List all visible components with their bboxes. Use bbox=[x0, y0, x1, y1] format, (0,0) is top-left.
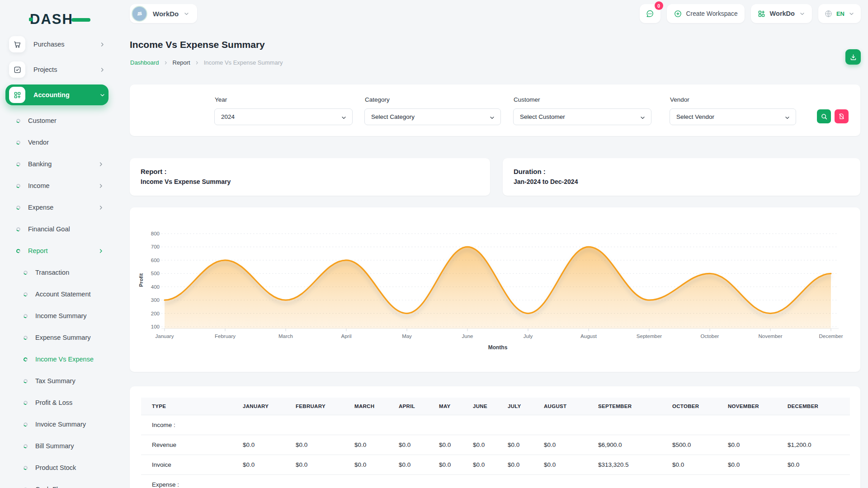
sidebar-item-expense[interactable]: Expense bbox=[0, 197, 116, 218]
sidebar-item-label: Purchases bbox=[33, 41, 65, 48]
sidebar-item-income-summary[interactable]: Income Summary bbox=[0, 305, 116, 327]
cell-value: $0.0 bbox=[497, 455, 533, 475]
sidebar-item-banking[interactable]: Banking bbox=[0, 153, 116, 175]
globe-icon bbox=[824, 9, 833, 18]
cell-value: $313,320.5 bbox=[587, 455, 661, 475]
svg-text:600: 600 bbox=[151, 258, 160, 263]
download-button[interactable] bbox=[845, 49, 861, 65]
reset-filter-button[interactable] bbox=[835, 109, 849, 123]
chevron-down-icon bbox=[799, 10, 806, 17]
sidebar-item-label: Cash Flow bbox=[35, 486, 66, 488]
sidebar-item-income[interactable]: Income bbox=[0, 175, 116, 197]
language-selector[interactable]: EN bbox=[818, 4, 861, 23]
sidebar-item-projects[interactable]: Projects bbox=[5, 59, 108, 80]
sidebar-item-profit-loss[interactable]: Profit & Loss bbox=[0, 392, 116, 413]
cell-value: $0.0 bbox=[428, 455, 462, 475]
chevron-right-icon bbox=[99, 66, 106, 73]
svg-text:April: April bbox=[341, 333, 351, 339]
chevron-down-icon bbox=[489, 114, 495, 121]
breadcrumb: DashboardReportIncome Vs Expense Summary bbox=[130, 59, 283, 66]
bullet-icon bbox=[16, 140, 21, 145]
table-section-expense: Expense : bbox=[141, 475, 850, 488]
vendor-select[interactable]: Select Vendor bbox=[670, 108, 796, 125]
apply-filter-button[interactable] bbox=[817, 109, 831, 123]
chevron-right-icon bbox=[98, 204, 104, 211]
chevron-right-icon bbox=[98, 161, 104, 168]
sidebar-item-tax-summary[interactable]: Tax Summary bbox=[0, 370, 116, 392]
chevron-down-icon bbox=[848, 10, 855, 17]
svg-text:June: June bbox=[462, 333, 473, 339]
messages-button[interactable]: 0 bbox=[640, 4, 660, 23]
workdo-menu-button[interactable]: WorkDo bbox=[751, 4, 812, 23]
sidebar-item-income-vs-expense[interactable]: Income Vs Expense bbox=[0, 348, 116, 370]
sidebar-item-label: Banking bbox=[28, 160, 52, 168]
logo-text: DASH bbox=[30, 11, 73, 27]
svg-text:July: July bbox=[524, 333, 533, 339]
breadcrumb-separator-icon bbox=[194, 60, 200, 66]
col-august: AUGUST bbox=[533, 398, 587, 415]
sidebar-item-customer[interactable]: Customer bbox=[0, 110, 116, 131]
customer-select[interactable]: Select Customer bbox=[513, 108, 651, 125]
cell-value: $0.0 bbox=[533, 455, 587, 475]
bullet-icon bbox=[16, 205, 21, 210]
svg-text:Months: Months bbox=[488, 344, 508, 351]
check-square-icon bbox=[9, 61, 25, 78]
sidebar-item-transaction[interactable]: Transaction bbox=[0, 262, 116, 283]
bullet-icon bbox=[23, 335, 28, 340]
vendor-filter-group: Vendor Select Vendor bbox=[670, 84, 796, 136]
sidebar-item-accounting[interactable]: Accounting bbox=[5, 84, 108, 105]
sidebar-item-account-statement[interactable]: Account Statement bbox=[0, 283, 116, 305]
sidebar-item-vendor[interactable]: Vendor bbox=[0, 131, 116, 153]
reset-icon bbox=[838, 113, 845, 120]
sidebar-item-product-stock[interactable]: Product Stock bbox=[0, 457, 116, 479]
col-november: NOVEMBER bbox=[717, 398, 777, 415]
logo-accent-dot bbox=[29, 18, 33, 21]
col-type: TYPE bbox=[141, 398, 232, 415]
svg-text:March: March bbox=[278, 333, 293, 339]
topbar-actions: 0 Create Workspace WorkDo EN bbox=[640, 4, 861, 23]
row-type: Invoice bbox=[141, 455, 232, 475]
section-label: Income : bbox=[141, 415, 850, 435]
sidebar-item-purchases[interactable]: Purchases bbox=[5, 34, 108, 55]
sidebar-item-label: Account Statement bbox=[35, 291, 91, 298]
breadcrumb-report[interactable]: Report bbox=[173, 59, 190, 66]
download-icon bbox=[849, 53, 857, 61]
sidebar-item-label: Invoice Summary bbox=[35, 421, 86, 428]
sidebar-item-invoice-summary[interactable]: Invoice Summary bbox=[0, 413, 116, 435]
sidebar-item-expense-summary[interactable]: Expense Summary bbox=[0, 327, 116, 348]
chevron-right-icon bbox=[98, 248, 104, 254]
bullet-icon bbox=[23, 357, 28, 362]
chevron-down-icon bbox=[183, 10, 190, 17]
svg-text:October: October bbox=[701, 333, 719, 339]
create-workspace-button[interactable]: Create Workspace bbox=[667, 4, 745, 23]
svg-text:800: 800 bbox=[151, 231, 160, 236]
breadcrumb-income-vs-expense-summary: Income Vs Expense Summary bbox=[204, 59, 283, 66]
cell-value: $0.0 bbox=[717, 435, 777, 455]
create-workspace-label: Create Workspace bbox=[686, 10, 738, 17]
svg-text:December: December bbox=[819, 333, 843, 339]
workspace-selector[interactable]: WorkDo bbox=[130, 4, 197, 23]
breadcrumb-dashboard[interactable]: Dashboard bbox=[130, 59, 159, 66]
income-expense-table-card: TYPEJANUARYFEBRUARYMARCHAPRILMAYJUNEJULY… bbox=[130, 386, 860, 488]
sidebar-item-label: Report bbox=[28, 247, 48, 254]
sidebar-item-label: Tax Summary bbox=[35, 377, 75, 385]
chat-icon bbox=[646, 9, 654, 18]
svg-text:200: 200 bbox=[151, 311, 160, 316]
row-type: Revenue bbox=[141, 435, 232, 455]
svg-text:300: 300 bbox=[151, 297, 160, 303]
plus-circle-icon bbox=[674, 9, 682, 18]
year-select[interactable]: 2024 bbox=[214, 108, 353, 125]
sidebar-item-report[interactable]: Report bbox=[0, 240, 116, 262]
customer-label: Customer bbox=[514, 96, 540, 103]
duration-value: Jan-2024 to Dec-2024 bbox=[514, 178, 849, 185]
search-icon bbox=[821, 113, 828, 120]
bullet-icon bbox=[23, 291, 28, 297]
dash-logo[interactable]: DASH bbox=[30, 12, 89, 27]
col-july: JULY bbox=[497, 398, 533, 415]
col-september: SEPTEMBER bbox=[587, 398, 661, 415]
svg-text:November: November bbox=[758, 333, 782, 339]
sidebar-item-financial-goal[interactable]: Financial Goal bbox=[0, 218, 116, 240]
category-select[interactable]: Select Category bbox=[364, 108, 501, 125]
sidebar-item-cash-flow[interactable]: Cash Flow bbox=[0, 479, 116, 488]
sidebar-item-bill-summary[interactable]: Bill Summary bbox=[0, 435, 116, 457]
